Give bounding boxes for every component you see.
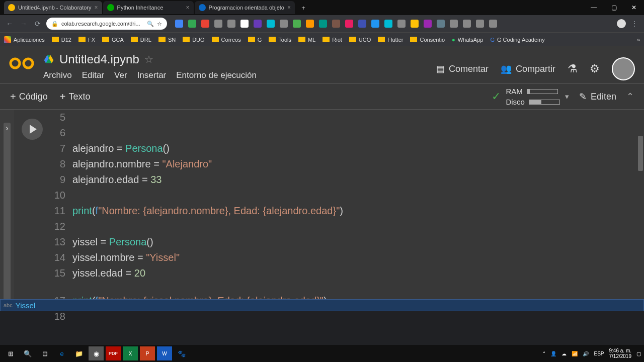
language-indicator[interactable]: ESP	[594, 351, 604, 356]
code-line[interactable]: 5	[50, 110, 638, 125]
bookmark-item[interactable]: ●WhatsApp	[452, 37, 483, 43]
menu-item[interactable]: Editar	[82, 70, 104, 80]
bookmarks-overflow[interactable]: »	[637, 37, 640, 43]
extension-icon[interactable]	[384, 20, 392, 28]
code-line[interactable]: 8alejandro.nombre = "Alejandro"	[50, 156, 638, 172]
close-button[interactable]: ✕	[624, 0, 644, 15]
menu-button[interactable]: ⋮	[629, 20, 640, 28]
extension-icon[interactable]	[267, 20, 275, 28]
app-icon[interactable]: 🐾	[174, 346, 189, 360]
reload-button[interactable]: ⟳	[32, 20, 43, 28]
extension-icon[interactable]	[319, 20, 327, 28]
extension-icon[interactable]	[188, 20, 196, 28]
extension-icon[interactable]	[424, 20, 432, 28]
add-code-button[interactable]: +Código	[10, 91, 48, 103]
bookmark-item[interactable]: GG Coding Academy	[490, 37, 544, 43]
close-icon[interactable]: ×	[186, 4, 190, 11]
extension-icon[interactable]	[463, 20, 471, 28]
menu-item[interactable]: Insertar	[137, 70, 167, 80]
close-icon[interactable]: ×	[287, 4, 291, 11]
notifications-icon[interactable]: ▢	[636, 351, 641, 356]
extension-icon[interactable]	[345, 20, 353, 28]
url-input[interactable]: 🔒 colab.research.google.com/dri... 🔍 ☆	[46, 18, 167, 30]
user-avatar[interactable]	[612, 57, 635, 80]
extension-icon[interactable]	[489, 20, 497, 28]
extension-icon[interactable]	[293, 20, 301, 28]
profile-avatar[interactable]	[617, 19, 626, 28]
back-button[interactable]: ←	[4, 20, 15, 28]
bookmark-item[interactable]: Flutter	[378, 37, 403, 43]
code-line[interactable]: 13yissel = Persona()	[50, 234, 638, 250]
extension-icon[interactable]	[280, 20, 288, 28]
settings-icon[interactable]: ⚙	[590, 62, 600, 75]
bookmark-item[interactable]: Riot	[323, 37, 342, 43]
extension-icon[interactable]	[437, 20, 445, 28]
excel-icon[interactable]: X	[123, 346, 138, 360]
explorer-icon[interactable]: 📁	[71, 346, 87, 360]
volume-icon[interactable]: 🔊	[583, 351, 589, 356]
bookmark-item[interactable]: G	[248, 37, 262, 43]
extension-icon[interactable]	[201, 20, 209, 28]
sidebar-toggle[interactable]: ›	[0, 110, 14, 309]
onedrive-icon[interactable]: ☁	[561, 351, 567, 356]
star-button[interactable]: ☆	[144, 53, 153, 65]
scrollbar[interactable]	[638, 136, 643, 171]
bookmark-item[interactable]: UCO	[349, 37, 371, 43]
wifi-icon[interactable]: 📶	[572, 351, 578, 356]
extension-icon[interactable]	[175, 20, 183, 28]
extension-icon[interactable]	[476, 20, 484, 28]
browser-tab[interactable]: Python Inheritance ×	[103, 1, 194, 14]
menu-item[interactable]: Archivo	[43, 70, 72, 80]
task-view-button[interactable]: ⊡	[37, 346, 52, 360]
experiment-icon[interactable]: ⚗	[568, 62, 578, 75]
star-icon[interactable]: ☆	[157, 21, 162, 27]
extension-icon[interactable]	[240, 20, 249, 28]
edge-icon[interactable]: e	[54, 346, 69, 360]
document-title[interactable]: Untitled4.ipynb	[59, 52, 139, 66]
minimize-button[interactable]: —	[584, 0, 604, 15]
bookmark-item[interactable]: ML	[298, 37, 315, 43]
close-icon[interactable]: ×	[95, 4, 98, 11]
code-line[interactable]: 14yissel.nombre = "Yissel"	[50, 250, 638, 265]
browser-tab[interactable]: Untitled4.ipynb - Colaboratory ×	[4, 1, 102, 14]
extension-icon[interactable]	[358, 20, 366, 28]
chrome-icon[interactable]: ◉	[89, 346, 104, 360]
maximize-button[interactable]: ▢	[604, 0, 624, 15]
tray-chevron-icon[interactable]: ˄	[543, 351, 545, 356]
editing-mode-button[interactable]: ✎Editen	[579, 91, 616, 102]
bookmark-item[interactable]: Tools	[269, 37, 291, 43]
bookmark-item[interactable]: GCA	[102, 37, 124, 43]
pdf-icon[interactable]: PDF	[106, 346, 121, 360]
bookmark-item[interactable]: DRL	[131, 37, 151, 43]
run-button[interactable]	[22, 119, 43, 140]
people-icon[interactable]: 👤	[550, 351, 556, 356]
chevron-down-icon[interactable]: ▾	[565, 92, 569, 101]
menu-item[interactable]: Ver	[114, 70, 127, 80]
menu-item[interactable]: Entorno de ejecución	[176, 70, 257, 80]
share-button[interactable]: 👥Compartir	[501, 63, 555, 74]
bookmark-item[interactable]: D12	[52, 37, 71, 43]
extension-icon[interactable]	[371, 20, 379, 28]
browser-tab[interactable]: Programacion orientada objeto ×	[195, 1, 295, 14]
extension-icon[interactable]	[254, 20, 262, 28]
code-line[interactable]: 11print(f"Nombre: {alejandro.nombre}, Ed…	[50, 203, 638, 219]
extension-icon[interactable]	[332, 20, 340, 28]
comment-button[interactable]: ▤Comentar	[436, 63, 489, 74]
extension-icon[interactable]	[411, 20, 419, 28]
extension-icon[interactable]	[450, 20, 458, 28]
extension-icon[interactable]	[306, 20, 314, 28]
powerpoint-icon[interactable]: P	[140, 346, 155, 360]
add-text-button[interactable]: +Texto	[60, 91, 91, 103]
start-button[interactable]: ⊞	[3, 346, 18, 360]
autocomplete-popup[interactable]: abc Yissel	[0, 299, 644, 311]
extension-icon[interactable]	[227, 20, 235, 28]
bookmark-item[interactable]: FX	[78, 37, 95, 43]
collapse-button[interactable]: ⌃	[626, 91, 634, 102]
search-button[interactable]: 🔍	[20, 346, 35, 360]
bookmark-item[interactable]: DUO	[183, 37, 204, 43]
code-line[interactable]: 10	[50, 188, 638, 203]
new-tab-button[interactable]: +	[296, 1, 311, 15]
bookmark-item[interactable]: SN	[158, 37, 176, 43]
clock[interactable]: 9:46 a. m. 7/12/2019	[609, 348, 632, 359]
code-line[interactable]: 15yissel.edad = 20	[50, 265, 638, 281]
